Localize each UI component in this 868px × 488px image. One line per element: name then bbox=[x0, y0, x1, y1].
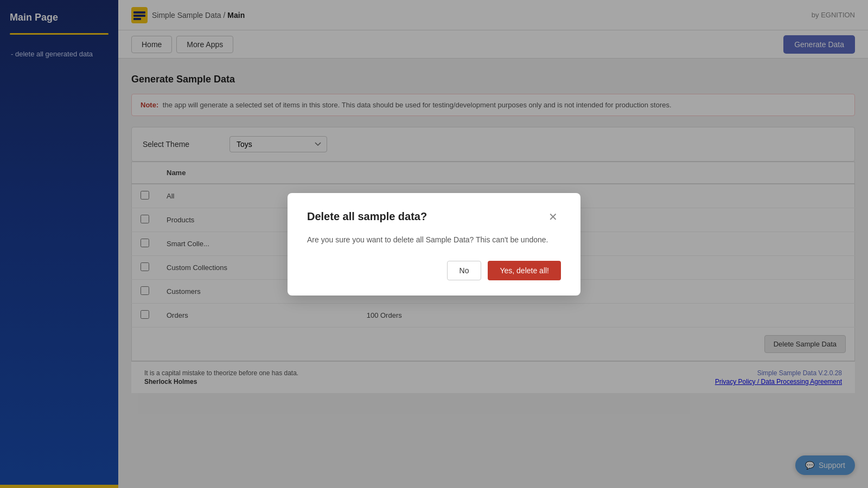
modal-no-button[interactable]: No bbox=[447, 261, 482, 280]
modal-close-button[interactable]: ✕ bbox=[545, 210, 561, 223]
modal-overlay[interactable]: Delete all sample data? ✕ Are you sure y… bbox=[0, 0, 868, 488]
modal-header: Delete all sample data? ✕ bbox=[307, 210, 561, 223]
modal-yes-delete-button[interactable]: Yes, delete all! bbox=[488, 261, 561, 280]
modal-body: Are you sure you want to delete all Samp… bbox=[307, 234, 561, 246]
modal-title: Delete all sample data? bbox=[307, 210, 427, 223]
delete-modal: Delete all sample data? ✕ Are you sure y… bbox=[288, 193, 580, 296]
modal-footer: No Yes, delete all! bbox=[307, 261, 561, 280]
